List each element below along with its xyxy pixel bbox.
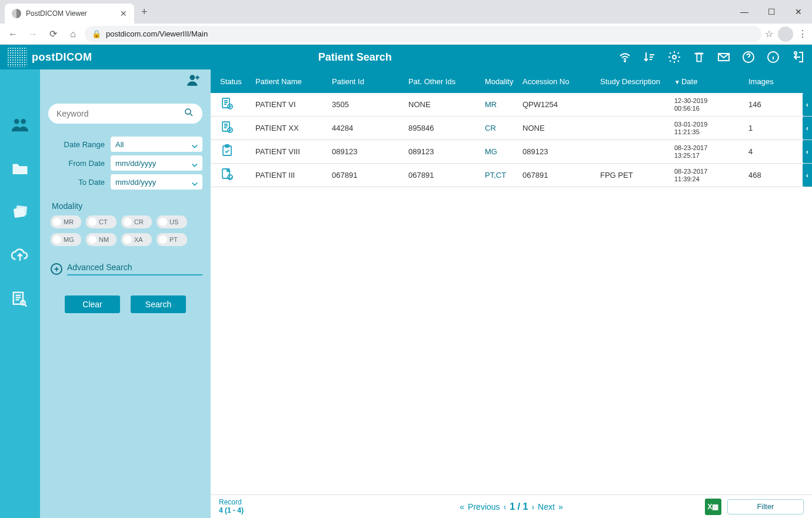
modality-chip-xa[interactable]: XA — [121, 233, 152, 246]
expand-advanced-icon[interactable]: + — [51, 263, 62, 275]
nav-studies-icon[interactable] — [9, 201, 31, 223]
pager-next-icon[interactable]: › — [531, 502, 534, 512]
row-expand-icon[interactable]: ‹ — [803, 93, 812, 116]
browser-tab[interactable]: PostDICOM Viewer ✕ — [5, 4, 134, 24]
nav-report-search-icon[interactable] — [9, 288, 31, 310]
modality-chip-ct[interactable]: CT — [86, 215, 117, 228]
modality-chip-pt[interactable]: PT — [157, 233, 187, 246]
wifi-icon[interactable] — [618, 50, 632, 64]
help-icon[interactable] — [741, 50, 756, 64]
svg-point-6 — [14, 119, 19, 124]
table-row[interactable]: PATIENT VI3505NONEMRQPW125412-30-201900:… — [211, 93, 812, 117]
table-row[interactable]: PATIENT XX44284895846CRNONE03-01-201911:… — [211, 117, 812, 140]
add-patient-icon[interactable] — [186, 73, 201, 89]
filter-button[interactable]: Filter — [727, 499, 804, 514]
modality-chip-us[interactable]: US — [157, 215, 187, 228]
row-expand-icon[interactable]: ‹ — [803, 140, 812, 163]
tab-close-icon[interactable]: ✕ — [120, 9, 127, 18]
th-study-description[interactable]: Study Description — [597, 77, 671, 86]
record-label: Record — [219, 499, 244, 507]
page-title: Patient Search — [92, 51, 618, 64]
window-close-button[interactable]: ✕ — [785, 0, 812, 24]
from-date-input[interactable]: mm/dd/yyyy⌵ — [111, 155, 202, 171]
modality-chip-mg[interactable]: MG — [51, 233, 81, 246]
pager-next-button[interactable]: Next — [538, 502, 555, 512]
pager-prev-button[interactable]: Previous — [468, 502, 500, 512]
app-logo[interactable]: postDICOM — [7, 47, 92, 67]
th-accession[interactable]: Accession No — [519, 77, 597, 86]
brand-text-bold: DICOM — [55, 51, 92, 63]
search-icon[interactable] — [184, 107, 194, 120]
profile-avatar-icon[interactable] — [778, 26, 793, 42]
search-button[interactable]: Search — [131, 295, 186, 313]
th-images[interactable]: Images — [745, 77, 792, 86]
cell-modality: PT,CT — [481, 171, 519, 180]
nav-patients-icon[interactable] — [9, 114, 31, 135]
date-range-select[interactable]: All⌵ — [111, 137, 202, 152]
chevron-down-icon: ⌵ — [192, 158, 198, 169]
chevron-down-icon: ⌵ — [192, 177, 198, 188]
window-minimize-button[interactable]: — — [731, 0, 758, 24]
modality-chip-label: CR — [134, 218, 144, 225]
favicon-icon — [12, 9, 21, 18]
nav-folder-icon[interactable] — [9, 158, 31, 179]
modality-chip-cr[interactable]: CR — [121, 215, 152, 228]
th-date[interactable]: ▼Date — [671, 77, 745, 86]
app-header: postDICOM Patient Search — [0, 45, 812, 69]
pager-first-icon[interactable]: « — [460, 502, 464, 512]
th-patient-name[interactable]: Patient Name — [252, 77, 328, 86]
nav-back-button[interactable]: ← — [5, 26, 21, 42]
pager-current: 1 — [510, 502, 515, 512]
cell-images: 1 — [745, 124, 792, 132]
url-field[interactable]: 🔒 postdicom.com/ViewerIII/Main — [85, 26, 761, 42]
export-excel-icon[interactable]: X▦ — [705, 499, 721, 515]
svg-point-1 — [673, 55, 676, 59]
sort-icon[interactable] — [643, 50, 657, 64]
url-text: postdicom.com/ViewerIII/Main — [106, 29, 208, 38]
window-maximize-button[interactable]: ☐ — [758, 0, 785, 24]
to-date-input[interactable]: mm/dd/yyyy⌵ — [111, 174, 202, 190]
nav-reload-button[interactable]: ⟳ — [45, 26, 61, 42]
cell-date: 12-30-201900:56:16 — [671, 97, 745, 111]
nav-home-button[interactable]: ⌂ — [65, 26, 81, 42]
browser-menu-icon[interactable]: ⋮ — [798, 28, 807, 39]
th-status[interactable]: Status — [217, 77, 252, 86]
exit-icon[interactable] — [791, 50, 805, 64]
modality-chip-label: MG — [64, 236, 74, 243]
pager-prev-icon[interactable]: ‹ — [504, 502, 507, 512]
trash-icon[interactable] — [692, 50, 706, 64]
modality-chip-nm[interactable]: NM — [86, 233, 117, 246]
modality-chip-label: MR — [64, 218, 74, 225]
th-modality[interactable]: Modality — [481, 77, 519, 86]
pager-last-icon[interactable]: » — [558, 502, 563, 512]
chevron-down-icon: ⌵ — [192, 139, 198, 150]
cell-patient-name: PATIENT III — [252, 171, 328, 180]
table-row[interactable]: PATIENT III067891067891PT,CT067891FPG PE… — [211, 164, 812, 187]
new-tab-button[interactable]: + — [141, 6, 148, 18]
svg-point-7 — [21, 119, 26, 124]
table-row[interactable]: PATIENT VIII089123089123MG08912308-23-20… — [211, 140, 812, 164]
row-expand-icon[interactable]: ‹ — [803, 117, 812, 140]
cell-status-icon — [217, 144, 252, 160]
info-icon[interactable] — [766, 50, 780, 64]
cell-patient-name: PATIENT VIII — [252, 147, 328, 156]
mail-icon[interactable] — [717, 50, 731, 64]
clear-button[interactable]: Clear — [65, 295, 120, 313]
search-sidebar: Date Range All⌵ From Date mm/dd/yyyy⌵ To… — [40, 69, 211, 518]
nav-upload-icon[interactable] — [9, 245, 31, 266]
svg-rect-14 — [222, 98, 229, 108]
keyword-search[interactable] — [48, 104, 202, 124]
th-other-ids[interactable]: Pat. Other Ids — [405, 77, 481, 86]
bookmark-star-icon[interactable]: ☆ — [765, 28, 773, 39]
modality-chip-label: PT — [169, 236, 178, 243]
settings-gear-icon[interactable] — [667, 50, 681, 64]
svg-rect-16 — [222, 122, 229, 131]
row-expand-icon[interactable]: ‹ — [803, 164, 812, 187]
cell-other-ids: 067891 — [405, 171, 481, 180]
advanced-search-label[interactable]: Advanced Search — [67, 263, 202, 275]
keyword-input[interactable] — [56, 109, 184, 118]
modality-chip-mr[interactable]: MR — [51, 215, 81, 228]
th-patient-id[interactable]: Patient Id — [328, 77, 405, 86]
nav-forward-button[interactable]: → — [25, 26, 41, 42]
nav-rail — [0, 69, 40, 518]
